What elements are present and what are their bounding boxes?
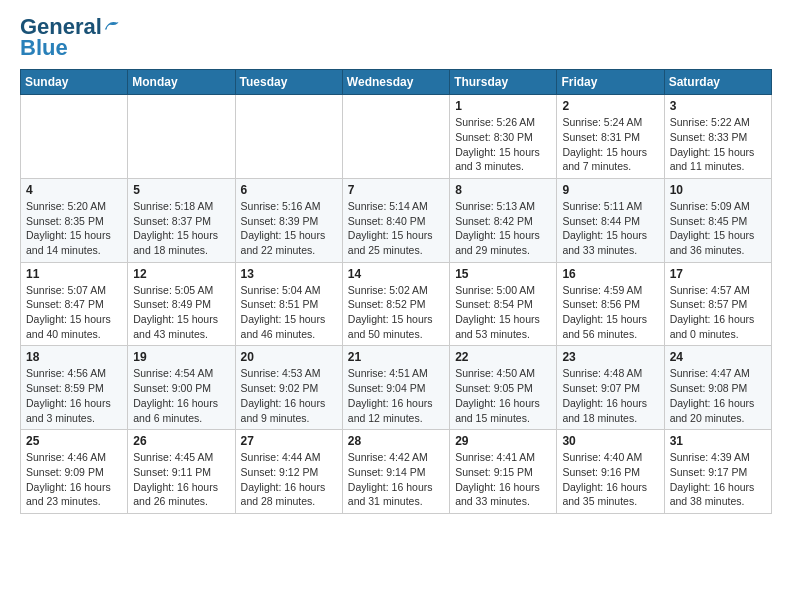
day-of-week-header: Friday	[557, 70, 664, 95]
day-info: Sunrise: 5:20 AM Sunset: 8:35 PM Dayligh…	[26, 199, 122, 258]
day-info: Sunrise: 4:44 AM Sunset: 9:12 PM Dayligh…	[241, 450, 337, 509]
day-info: Sunrise: 4:47 AM Sunset: 9:08 PM Dayligh…	[670, 366, 766, 425]
day-info: Sunrise: 4:54 AM Sunset: 9:00 PM Dayligh…	[133, 366, 229, 425]
calendar-cell: 24Sunrise: 4:47 AM Sunset: 9:08 PM Dayli…	[664, 346, 771, 430]
day-of-week-header: Saturday	[664, 70, 771, 95]
calendar-cell: 3Sunrise: 5:22 AM Sunset: 8:33 PM Daylig…	[664, 95, 771, 179]
day-number: 5	[133, 183, 229, 197]
calendar-cell: 27Sunrise: 4:44 AM Sunset: 9:12 PM Dayli…	[235, 430, 342, 514]
day-of-week-header: Sunday	[21, 70, 128, 95]
calendar-cell: 29Sunrise: 4:41 AM Sunset: 9:15 PM Dayli…	[450, 430, 557, 514]
day-number: 3	[670, 99, 766, 113]
day-info: Sunrise: 5:24 AM Sunset: 8:31 PM Dayligh…	[562, 115, 658, 174]
day-number: 30	[562, 434, 658, 448]
day-number: 12	[133, 267, 229, 281]
calendar-cell: 26Sunrise: 4:45 AM Sunset: 9:11 PM Dayli…	[128, 430, 235, 514]
day-info: Sunrise: 5:26 AM Sunset: 8:30 PM Dayligh…	[455, 115, 551, 174]
calendar-cell: 31Sunrise: 4:39 AM Sunset: 9:17 PM Dayli…	[664, 430, 771, 514]
day-info: Sunrise: 4:57 AM Sunset: 8:57 PM Dayligh…	[670, 283, 766, 342]
day-info: Sunrise: 5:04 AM Sunset: 8:51 PM Dayligh…	[241, 283, 337, 342]
day-info: Sunrise: 4:46 AM Sunset: 9:09 PM Dayligh…	[26, 450, 122, 509]
calendar-cell: 22Sunrise: 4:50 AM Sunset: 9:05 PM Dayli…	[450, 346, 557, 430]
day-number: 9	[562, 183, 658, 197]
calendar-cell: 2Sunrise: 5:24 AM Sunset: 8:31 PM Daylig…	[557, 95, 664, 179]
day-info: Sunrise: 4:53 AM Sunset: 9:02 PM Dayligh…	[241, 366, 337, 425]
calendar-cell: 19Sunrise: 4:54 AM Sunset: 9:00 PM Dayli…	[128, 346, 235, 430]
calendar-cell: 1Sunrise: 5:26 AM Sunset: 8:30 PM Daylig…	[450, 95, 557, 179]
day-number: 20	[241, 350, 337, 364]
calendar-cell: 16Sunrise: 4:59 AM Sunset: 8:56 PM Dayli…	[557, 262, 664, 346]
day-info: Sunrise: 4:59 AM Sunset: 8:56 PM Dayligh…	[562, 283, 658, 342]
day-info: Sunrise: 4:56 AM Sunset: 8:59 PM Dayligh…	[26, 366, 122, 425]
day-info: Sunrise: 4:50 AM Sunset: 9:05 PM Dayligh…	[455, 366, 551, 425]
calendar-cell: 15Sunrise: 5:00 AM Sunset: 8:54 PM Dayli…	[450, 262, 557, 346]
day-number: 14	[348, 267, 444, 281]
day-number: 19	[133, 350, 229, 364]
day-info: Sunrise: 4:40 AM Sunset: 9:16 PM Dayligh…	[562, 450, 658, 509]
day-info: Sunrise: 5:05 AM Sunset: 8:49 PM Dayligh…	[133, 283, 229, 342]
calendar-cell	[21, 95, 128, 179]
day-info: Sunrise: 5:14 AM Sunset: 8:40 PM Dayligh…	[348, 199, 444, 258]
calendar-cell: 21Sunrise: 4:51 AM Sunset: 9:04 PM Dayli…	[342, 346, 449, 430]
day-number: 18	[26, 350, 122, 364]
header: General Blue	[20, 15, 772, 61]
calendar-cell: 9Sunrise: 5:11 AM Sunset: 8:44 PM Daylig…	[557, 178, 664, 262]
calendar-header-row: SundayMondayTuesdayWednesdayThursdayFrid…	[21, 70, 772, 95]
day-number: 25	[26, 434, 122, 448]
calendar-cell: 25Sunrise: 4:46 AM Sunset: 9:09 PM Dayli…	[21, 430, 128, 514]
day-info: Sunrise: 4:41 AM Sunset: 9:15 PM Dayligh…	[455, 450, 551, 509]
calendar-cell: 18Sunrise: 4:56 AM Sunset: 8:59 PM Dayli…	[21, 346, 128, 430]
day-number: 10	[670, 183, 766, 197]
day-info: Sunrise: 4:45 AM Sunset: 9:11 PM Dayligh…	[133, 450, 229, 509]
day-number: 15	[455, 267, 551, 281]
calendar-cell: 17Sunrise: 4:57 AM Sunset: 8:57 PM Dayli…	[664, 262, 771, 346]
day-number: 23	[562, 350, 658, 364]
day-number: 4	[26, 183, 122, 197]
calendar-cell: 30Sunrise: 4:40 AM Sunset: 9:16 PM Dayli…	[557, 430, 664, 514]
day-number: 13	[241, 267, 337, 281]
day-of-week-header: Tuesday	[235, 70, 342, 95]
day-number: 6	[241, 183, 337, 197]
day-number: 7	[348, 183, 444, 197]
day-info: Sunrise: 5:00 AM Sunset: 8:54 PM Dayligh…	[455, 283, 551, 342]
day-number: 31	[670, 434, 766, 448]
day-number: 27	[241, 434, 337, 448]
day-of-week-header: Thursday	[450, 70, 557, 95]
calendar-cell	[342, 95, 449, 179]
calendar-cell	[128, 95, 235, 179]
day-number: 8	[455, 183, 551, 197]
day-of-week-header: Wednesday	[342, 70, 449, 95]
day-info: Sunrise: 5:13 AM Sunset: 8:42 PM Dayligh…	[455, 199, 551, 258]
day-info: Sunrise: 4:48 AM Sunset: 9:07 PM Dayligh…	[562, 366, 658, 425]
day-number: 21	[348, 350, 444, 364]
day-info: Sunrise: 5:09 AM Sunset: 8:45 PM Dayligh…	[670, 199, 766, 258]
calendar-week-row: 4Sunrise: 5:20 AM Sunset: 8:35 PM Daylig…	[21, 178, 772, 262]
logo-bird-icon	[103, 16, 121, 34]
calendar-cell: 14Sunrise: 5:02 AM Sunset: 8:52 PM Dayli…	[342, 262, 449, 346]
day-number: 28	[348, 434, 444, 448]
calendar-cell: 6Sunrise: 5:16 AM Sunset: 8:39 PM Daylig…	[235, 178, 342, 262]
day-info: Sunrise: 5:07 AM Sunset: 8:47 PM Dayligh…	[26, 283, 122, 342]
page: General Blue SundayMondayTuesdayWednesda…	[0, 0, 792, 524]
day-number: 22	[455, 350, 551, 364]
day-of-week-header: Monday	[128, 70, 235, 95]
calendar-cell: 8Sunrise: 5:13 AM Sunset: 8:42 PM Daylig…	[450, 178, 557, 262]
calendar-week-row: 18Sunrise: 4:56 AM Sunset: 8:59 PM Dayli…	[21, 346, 772, 430]
calendar-cell: 11Sunrise: 5:07 AM Sunset: 8:47 PM Dayli…	[21, 262, 128, 346]
day-info: Sunrise: 4:42 AM Sunset: 9:14 PM Dayligh…	[348, 450, 444, 509]
calendar-cell	[235, 95, 342, 179]
calendar-week-row: 1Sunrise: 5:26 AM Sunset: 8:30 PM Daylig…	[21, 95, 772, 179]
calendar-cell: 10Sunrise: 5:09 AM Sunset: 8:45 PM Dayli…	[664, 178, 771, 262]
calendar-cell: 4Sunrise: 5:20 AM Sunset: 8:35 PM Daylig…	[21, 178, 128, 262]
calendar-cell: 28Sunrise: 4:42 AM Sunset: 9:14 PM Dayli…	[342, 430, 449, 514]
day-number: 26	[133, 434, 229, 448]
calendar-cell: 7Sunrise: 5:14 AM Sunset: 8:40 PM Daylig…	[342, 178, 449, 262]
calendar-cell: 5Sunrise: 5:18 AM Sunset: 8:37 PM Daylig…	[128, 178, 235, 262]
day-info: Sunrise: 5:18 AM Sunset: 8:37 PM Dayligh…	[133, 199, 229, 258]
calendar-cell: 23Sunrise: 4:48 AM Sunset: 9:07 PM Dayli…	[557, 346, 664, 430]
day-info: Sunrise: 5:22 AM Sunset: 8:33 PM Dayligh…	[670, 115, 766, 174]
day-number: 29	[455, 434, 551, 448]
day-info: Sunrise: 5:11 AM Sunset: 8:44 PM Dayligh…	[562, 199, 658, 258]
calendar-cell: 13Sunrise: 5:04 AM Sunset: 8:51 PM Dayli…	[235, 262, 342, 346]
calendar-week-row: 25Sunrise: 4:46 AM Sunset: 9:09 PM Dayli…	[21, 430, 772, 514]
